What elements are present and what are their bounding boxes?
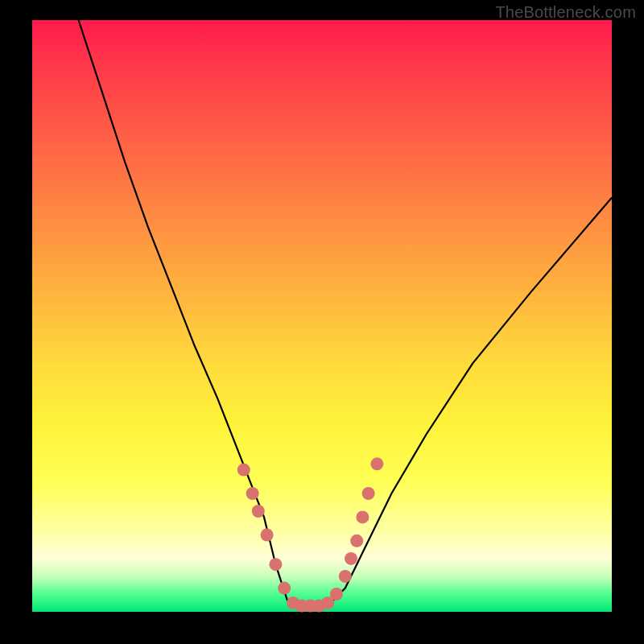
plot-area <box>32 20 612 612</box>
highlight-dot <box>345 552 357 565</box>
highlight-dot <box>237 464 250 477</box>
highlight-dot <box>252 505 265 518</box>
highlight-dot <box>269 558 282 571</box>
bottleneck-curve <box>79 20 612 606</box>
highlight-dot <box>356 510 369 523</box>
highlight-dots-group <box>237 457 384 612</box>
chart-svg <box>32 20 612 612</box>
highlight-dot <box>350 535 363 547</box>
highlight-dot <box>246 487 259 500</box>
highlight-dot <box>362 487 375 500</box>
highlight-dot <box>261 529 274 542</box>
highlight-dot <box>330 588 343 601</box>
highlight-dot <box>339 570 352 583</box>
highlight-dot <box>370 457 383 470</box>
outer-frame: TheBottleneck.com <box>0 0 644 644</box>
highlight-dot <box>278 582 291 595</box>
watermark-text: TheBottleneck.com <box>495 3 636 22</box>
